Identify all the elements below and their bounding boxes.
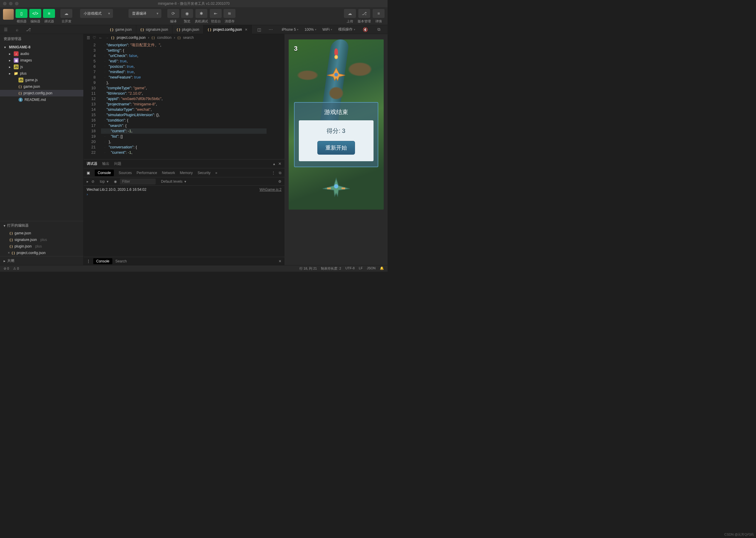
breadcrumb-file[interactable]: project.config.json	[117, 35, 146, 40]
drawer-console-tab[interactable]: Console	[93, 258, 112, 264]
status-tabsize[interactable]: 制表符长度: 2	[321, 266, 341, 271]
tree-item[interactable]: { }game.json	[0, 83, 83, 90]
tree-root[interactable]: ▾MINIGAME-8	[0, 44, 83, 50]
list-icon[interactable]: ☰	[0, 25, 11, 34]
popout-icon[interactable]: ⧉	[373, 25, 385, 34]
user-avatar[interactable]	[3, 9, 14, 20]
drawer-search-tab[interactable]: Search	[115, 259, 127, 263]
console-prompt[interactable]: ›	[87, 192, 282, 196]
bottom-panel: 调试器 输出 问题 ▴ ✕ ▣ Console Sources Performa…	[84, 159, 284, 265]
sim-action-select[interactable]: 模拟操作	[337, 26, 357, 32]
status-cursor[interactable]: 行 18, 列 21	[299, 266, 317, 271]
drawer-more-icon[interactable]: ⋮	[87, 259, 90, 263]
console-clear-icon[interactable]: ⊘	[92, 180, 94, 184]
console-source-link[interactable]: WAGame.js:2	[259, 188, 282, 192]
panel-tab-problems[interactable]: 问题	[114, 160, 121, 168]
mode-select[interactable]: 小游戏模式	[80, 9, 113, 18]
branch-icon[interactable]: ⎇	[23, 25, 34, 34]
enemy-plane-sprite	[326, 66, 346, 81]
game-canvas[interactable]: 3 游戏结束 得分: 3 重新开始	[289, 39, 384, 210]
editor-button[interactable]: </>	[29, 9, 41, 18]
restart-button[interactable]: 重新开始	[317, 141, 355, 155]
game-over-dialog: 游戏结束 得分: 3 重新开始	[294, 102, 378, 167]
devtab-performance[interactable]: Performance	[137, 171, 157, 175]
close-icon[interactable]: ✕	[278, 162, 282, 166]
eye-icon[interactable]: ◉	[114, 180, 117, 184]
status-lang[interactable]: JSON	[367, 266, 376, 271]
dev-popout-icon[interactable]: ⧉	[279, 171, 282, 175]
forward-icon[interactable]: →	[105, 35, 109, 40]
open-editor-item[interactable]: ×{ }project.config.json	[0, 249, 83, 256]
panel-tab-output[interactable]: 输出	[102, 160, 109, 168]
console-play-icon[interactable]: ▸	[87, 180, 89, 184]
minimap[interactable]	[267, 41, 284, 159]
devtab-more[interactable]: »	[215, 171, 217, 175]
preview-button[interactable]: ◉	[181, 9, 193, 18]
more-icon[interactable]: ⋯	[265, 25, 277, 34]
simulator-button[interactable]: ▯	[16, 9, 28, 18]
list-icon[interactable]: ☰	[87, 35, 90, 40]
outline-header[interactable]: ▸大纲	[0, 256, 83, 265]
open-editors-header[interactable]: ▾打开的编辑器	[0, 221, 83, 230]
background-button[interactable]: ⇤	[210, 9, 222, 18]
console-levels-select[interactable]: Default levels▾	[159, 179, 189, 184]
tree-item[interactable]: ▸JSjs	[0, 64, 83, 70]
compile-select[interactable]: 普通编译	[129, 9, 161, 18]
console-output[interactable]: Wechat Lib:2.10.0, 2020.1.6 16:54:02 WAG…	[84, 186, 284, 257]
editor-tab[interactable]: { }project.config.json×	[204, 25, 252, 34]
editor-tab[interactable]: { }game.json	[106, 25, 136, 34]
devtab-network[interactable]: Network	[162, 171, 175, 175]
remote-debug-button[interactable]: ✱	[195, 9, 207, 18]
tree-item[interactable]: { }project.config.json	[0, 90, 83, 96]
open-editor-item[interactable]: { }plugin.jsonplus	[0, 243, 83, 249]
svg-rect-3	[342, 188, 345, 189]
console-filter-input[interactable]	[120, 179, 156, 185]
devtab-sources[interactable]: Sources	[119, 171, 132, 175]
code-editor[interactable]: 2345678910111213141516171819202122 · "de…	[84, 41, 284, 159]
dev-more-icon[interactable]: ⋮	[272, 171, 275, 175]
tree-item[interactable]: JSgame.js	[0, 77, 83, 83]
bell-icon[interactable]: 🔔	[380, 266, 384, 271]
sub-toolbar: ☰ ⌕ ⎇ { }game.json{ }signature.json{ }pl…	[0, 25, 388, 34]
compile-button[interactable]: ⟳	[167, 9, 179, 18]
detail-button[interactable]: ≡	[373, 9, 385, 18]
version-button[interactable]: ⎇	[358, 9, 370, 18]
open-editor-item[interactable]: { }signature.jsonplus	[0, 237, 83, 243]
breadcrumb-p1[interactable]: condition	[157, 35, 171, 40]
cloud-button[interactable]: ☁	[60, 9, 72, 18]
gear-icon[interactable]: ⚙	[278, 180, 282, 184]
tree-item[interactable]: iREADME.md	[0, 96, 83, 103]
status-eol[interactable]: LF	[359, 266, 363, 271]
collapse-icon[interactable]: ▴	[273, 162, 275, 166]
bookmark-icon[interactable]: ♡	[93, 35, 96, 40]
devtab-console[interactable]: Console	[95, 170, 114, 176]
devtab-security[interactable]: Security	[198, 171, 210, 175]
open-editor-item[interactable]: { }game.json	[0, 230, 83, 237]
status-warnings[interactable]: ⚠ 0	[13, 267, 19, 271]
sound-icon[interactable]: 🔇	[359, 25, 371, 34]
tree-item[interactable]: ▸📁plus	[0, 70, 83, 77]
breadcrumb-p2[interactable]: search	[183, 35, 194, 40]
network-select[interactable]: WiFi	[321, 27, 334, 32]
console-context-select[interactable]: top▾	[97, 179, 111, 184]
split-icon[interactable]: ◫	[254, 25, 265, 34]
panel-tab-debugger[interactable]: 调试器	[87, 160, 97, 168]
editor-tab[interactable]: { }signature.json	[136, 25, 172, 34]
inspect-icon[interactable]: ▣	[87, 171, 90, 175]
drawer-close-icon[interactable]: ✕	[279, 259, 282, 263]
editor-tab[interactable]: { }plugin.json	[172, 25, 204, 34]
back-icon[interactable]: ←	[98, 35, 102, 40]
close-icon[interactable]: ×	[245, 27, 247, 32]
zoom-select[interactable]: 100%	[303, 27, 318, 32]
device-select[interactable]: iPhone 5	[280, 27, 300, 32]
status-errors[interactable]: ⊘ 0	[4, 267, 9, 271]
clear-cache-button[interactable]: ≋	[223, 9, 235, 18]
status-encoding[interactable]: UTF-8	[346, 266, 355, 271]
devtab-memory[interactable]: Memory	[180, 171, 193, 175]
tree-item[interactable]: ▸♪audio	[0, 50, 83, 57]
upload-button[interactable]: ☁	[344, 9, 356, 18]
tree-item[interactable]: ▸▣images	[0, 57, 83, 64]
game-score: 3	[294, 45, 298, 53]
debugger-button[interactable]: ≡	[43, 9, 55, 18]
search-icon[interactable]: ⌕	[11, 25, 23, 34]
